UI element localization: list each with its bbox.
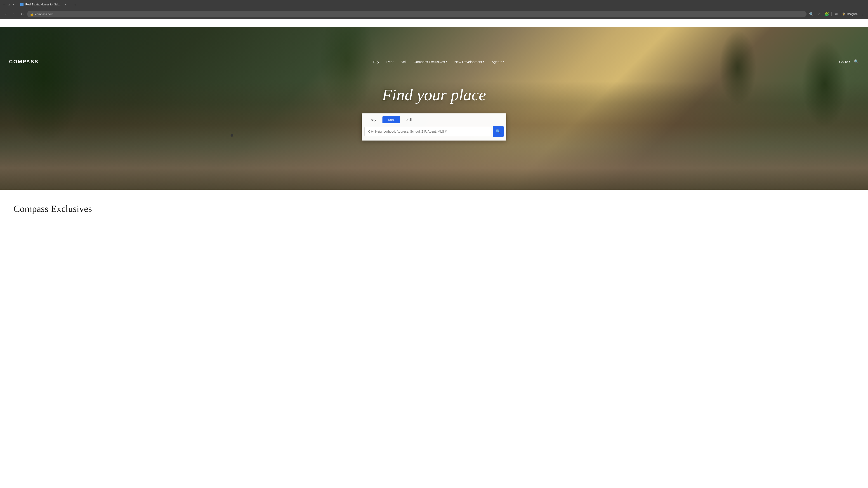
below-hero-section: Compass Exclusives xyxy=(0,190,868,223)
address-text: compass.com xyxy=(35,12,53,16)
goto-button[interactable]: Go To ▾ xyxy=(839,60,850,64)
search-input-row: 🔍 xyxy=(362,123,506,140)
search-tabs: Buy Rent Sell xyxy=(362,113,506,123)
agents-chevron-icon: ▾ xyxy=(503,60,504,63)
refresh-button[interactable]: ↻ xyxy=(19,11,25,17)
forward-button[interactable]: › xyxy=(11,11,17,17)
browser-tab[interactable]: Real Estate, Homes for Sale & ... × xyxy=(17,1,71,8)
nav-sell-label: Sell xyxy=(401,60,406,64)
search-tab-buy[interactable]: Buy xyxy=(365,116,381,123)
incognito-label: Incognito xyxy=(846,12,858,15)
search-submit-icon: 🔍 xyxy=(496,129,501,134)
toolbar-divider xyxy=(831,12,832,16)
browser-chrome: — ❐ ✕ Real Estate, Homes for Sale & ... … xyxy=(0,0,868,19)
bookmark-icon-button[interactable]: ☆ xyxy=(816,11,822,17)
incognito-badge: 🕵️ Incognito xyxy=(842,12,858,15)
search-box: Buy Rent Sell 🔍 xyxy=(362,113,506,140)
site-navigation: COMPASS Buy Rent Sell Compass Exclusives… xyxy=(0,54,868,69)
nav-new-development-label: New Development xyxy=(454,60,482,64)
nav-buy-label: Buy xyxy=(373,60,379,64)
toolbar-actions: 🔍 ☆ 🧩 ⧉ 🕵️ Incognito ⋮ xyxy=(808,11,865,17)
address-bar[interactable]: 🔒 compass.com xyxy=(27,11,807,18)
hero-content: Find your place Buy Rent Sell 🔍 xyxy=(0,27,868,190)
nav-buy[interactable]: Buy xyxy=(373,60,379,64)
hero-section: COMPASS Buy Rent Sell Compass Exclusives… xyxy=(0,27,868,190)
tab-bar: Real Estate, Homes for Sale & ... × + xyxy=(17,1,865,8)
search-icon-button[interactable]: 🔍 xyxy=(808,11,815,17)
tab-close-button[interactable]: × xyxy=(64,3,67,6)
window-minimize-button[interactable]: — xyxy=(3,3,6,6)
back-button[interactable]: ‹ xyxy=(3,11,9,17)
site-logo[interactable]: COMPASS xyxy=(9,59,39,65)
search-input[interactable] xyxy=(364,127,491,136)
nav-sell[interactable]: Sell xyxy=(401,60,406,64)
compass-exclusives-section-title: Compass Exclusives xyxy=(13,203,855,214)
window-controls: — ❐ ✕ xyxy=(3,3,15,6)
menu-button[interactable]: ⋮ xyxy=(859,11,865,17)
tab-title: Real Estate, Homes for Sale & ... xyxy=(25,3,62,6)
window-maximize-button[interactable]: ❐ xyxy=(7,3,10,6)
nav-right: Go To ▾ 🔍 xyxy=(839,59,859,64)
tab-favicon xyxy=(20,3,24,6)
nav-new-development[interactable]: New Development ▾ xyxy=(454,60,485,64)
incognito-icon: 🕵️ xyxy=(842,12,846,15)
compass-exclusives-chevron-icon: ▾ xyxy=(446,60,447,63)
search-tab-sell[interactable]: Sell xyxy=(401,116,417,123)
toolbar-divider-2 xyxy=(841,12,841,16)
nav-rent-label: Rent xyxy=(386,60,394,64)
browser-titlebar: — ❐ ✕ Real Estate, Homes for Sale & ... … xyxy=(0,0,868,9)
goto-label: Go To xyxy=(839,60,848,64)
nav-agents-label: Agents xyxy=(492,60,502,64)
nav-search-button[interactable]: 🔍 xyxy=(854,59,859,64)
browser-toolbar: ‹ › ↻ 🔒 compass.com 🔍 ☆ 🧩 ⧉ 🕵️ Incognito… xyxy=(0,9,868,19)
new-tab-button[interactable]: + xyxy=(72,2,78,8)
nav-compass-exclusives[interactable]: Compass Exclusives ▾ xyxy=(414,60,447,64)
extensions-icon-button[interactable]: 🧩 xyxy=(824,11,830,17)
new-development-chevron-icon: ▾ xyxy=(483,60,485,63)
hero-title: Find your place xyxy=(382,86,486,104)
nav-compass-exclusives-label: Compass Exclusives xyxy=(414,60,445,64)
split-view-button[interactable]: ⧉ xyxy=(833,11,839,17)
nav-links: Buy Rent Sell Compass Exclusives ▾ New D… xyxy=(373,60,504,64)
goto-chevron-icon: ▾ xyxy=(849,60,850,63)
nav-agents[interactable]: Agents ▾ xyxy=(492,60,504,64)
search-tab-rent[interactable]: Rent xyxy=(382,116,400,123)
search-submit-button[interactable]: 🔍 xyxy=(493,126,504,137)
window-close-button[interactable]: ✕ xyxy=(12,3,15,6)
page-content: COMPASS Buy Rent Sell Compass Exclusives… xyxy=(0,27,868,223)
nav-rent[interactable]: Rent xyxy=(386,60,394,64)
security-icon: 🔒 xyxy=(30,12,33,16)
